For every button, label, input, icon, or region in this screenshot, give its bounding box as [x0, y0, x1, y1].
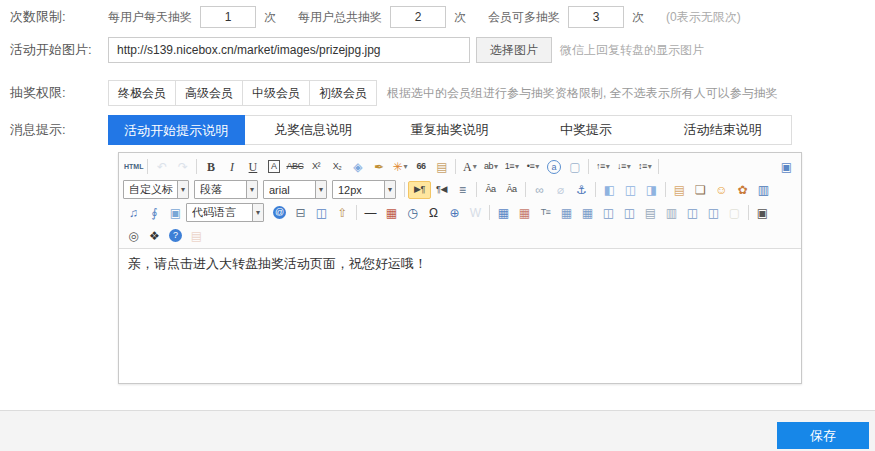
chevron-down-icon: ▾ — [177, 181, 188, 198]
media-icon[interactable]: ▥ — [753, 181, 774, 198]
print-icon[interactable]: ▣ — [752, 204, 773, 221]
italic-icon[interactable]: I — [221, 158, 242, 175]
underline-icon[interactable]: U — [242, 158, 263, 175]
insert-row-above-icon[interactable]: ▦ — [556, 204, 577, 221]
paragraph-select[interactable]: 段落▾ — [194, 180, 258, 199]
paste-word-icon[interactable]: ▤ — [431, 158, 452, 175]
choose-image-button[interactable]: 选择图片 — [476, 37, 552, 63]
superscript-icon[interactable]: X² — [305, 158, 326, 175]
draw-limits-row: 次数限制: 每用户每天抽奖次每用户总共抽奖次会员可多抽奖次 (0表示无限次) — [0, 4, 741, 30]
paragraph-icon[interactable]: ≡ — [452, 181, 473, 198]
map-icon[interactable]: ⊕ — [444, 204, 465, 221]
line-height-icon[interactable]: ↓≡▾ — [613, 158, 634, 175]
eraser-icon[interactable]: ◈ — [347, 158, 368, 175]
page-break-icon[interactable]: ⊟ — [290, 204, 311, 221]
subscript-icon[interactable]: X₂ — [326, 158, 347, 175]
emoticon-icon[interactable]: ☺ — [711, 181, 732, 198]
message-tab-3[interactable]: 重复抽奖说明 — [381, 116, 518, 144]
message-tab-1[interactable]: 活动开始提示说明 — [108, 115, 245, 145]
message-tips-row: 消息提示: 活动开始提示说明兑奖信息说明重复抽奖说明中奖提示活动结束说明 — [0, 115, 792, 145]
music-icon[interactable]: ♫ — [123, 204, 144, 221]
member-extra-draws-input[interactable] — [568, 6, 624, 28]
message-tab-4[interactable]: 中奖提示 — [518, 116, 655, 144]
fullscreen-icon[interactable]: ▣ — [776, 158, 797, 175]
message-tab-2[interactable]: 兑奖信息说明 — [245, 116, 382, 144]
font-enlarge-icon[interactable]: Âa — [480, 181, 501, 198]
undo-icon: ↶ — [151, 158, 172, 175]
save-button[interactable]: 保存 — [777, 422, 869, 449]
clock-icon[interactable]: ◷ — [402, 204, 423, 221]
insert-col-left-icon[interactable]: ◫ — [598, 204, 619, 221]
html-source-icon[interactable]: HTML — [123, 158, 144, 175]
per-day-draws-input[interactable] — [200, 6, 256, 28]
member-level-3-button[interactable]: 中级会员 — [242, 80, 310, 106]
paragraph-spacing-icon[interactable]: ↕≡▾ — [634, 158, 655, 175]
bold-icon[interactable]: B — [200, 158, 221, 175]
anchor-icon[interactable]: ⚓ — [571, 181, 592, 198]
unlink-icon[interactable]: ⌀ — [550, 181, 571, 198]
preview-icon[interactable]: ◎ — [123, 227, 144, 244]
member-level-4-button[interactable]: 初级会员 — [309, 80, 377, 106]
insert-col-right-icon[interactable]: ◫ — [619, 204, 640, 221]
chevron-down-icon: ▾ — [246, 181, 257, 198]
img-align-center-icon[interactable]: ◫ — [620, 181, 641, 198]
font-family-select[interactable]: arial▾ — [263, 180, 327, 199]
find-icon[interactable]: ❖ — [144, 227, 165, 244]
split-cells-icon[interactable]: ◫ — [703, 204, 724, 221]
hr-icon[interactable]: — — [360, 204, 381, 221]
link-icon[interactable]: ∞ — [529, 181, 550, 198]
attachment-icon[interactable]: ∮ — [144, 204, 165, 221]
upload-icon[interactable]: ⇧ — [332, 204, 353, 221]
editor-toolbar: HTML↶↷BIUAABCX²X₂◈✒✳▾66▤A▾ab▾1≡▾•≡▾a▢↑≡▾… — [119, 153, 801, 249]
font-shrink-icon[interactable]: Ǎa — [501, 181, 522, 198]
ordered-list-icon[interactable]: 1≡▾ — [501, 158, 522, 175]
merge-cells-icon[interactable]: ◫ — [682, 204, 703, 221]
message-tab-5[interactable]: 活动结束说明 — [654, 116, 791, 144]
total-draws-input[interactable] — [390, 6, 446, 28]
palette-icon[interactable]: ✿ — [732, 181, 753, 198]
image-url-input[interactable] — [108, 37, 470, 63]
outdent-icon[interactable]: ¶◀ — [431, 181, 452, 198]
message-tab-bar: 活动开始提示说明兑奖信息说明重复抽奖说明中奖提示活动结束说明 — [108, 115, 792, 145]
delete-row-icon[interactable]: ▤ — [640, 204, 661, 221]
img-align-left-icon[interactable]: ◧ — [599, 181, 620, 198]
member-level-group: 终极会员高级会员中级会员初级会员 — [108, 80, 377, 106]
font-size-select[interactable]: 12px▾ — [332, 180, 396, 199]
font-style-icon[interactable]: A — [263, 158, 284, 175]
insert-table-icon[interactable]: ▦ — [493, 204, 514, 221]
delete-col-icon[interactable]: ▥ — [661, 204, 682, 221]
multi-image-icon[interactable]: ❏ — [690, 181, 711, 198]
blockquote-icon[interactable]: 66 — [410, 158, 431, 175]
align-icon[interactable]: ↑≡▾ — [592, 158, 613, 175]
chevron-down-icon: ▾ — [515, 162, 519, 171]
toolbar-separator — [489, 205, 490, 220]
code-language-select[interactable]: 代码语言▾ — [186, 203, 264, 222]
help-icon[interactable]: ? — [165, 227, 186, 244]
image-icon[interactable]: ▤ — [669, 181, 690, 198]
inline-code-icon[interactable]: a — [543, 158, 564, 175]
indent-icon[interactable]: ▶¶ — [408, 181, 431, 199]
strikethrough-icon[interactable]: ABC — [284, 158, 305, 175]
member-level-2-button[interactable]: 高级会员 — [175, 80, 243, 106]
highlight-color-icon[interactable]: ab▾ — [480, 158, 501, 175]
calendar-icon[interactable]: ▦ — [381, 204, 402, 221]
unordered-list-icon[interactable]: •≡▾ — [522, 158, 543, 175]
note-icon[interactable]: ▣ — [165, 204, 186, 221]
toolbar-separator — [404, 182, 405, 197]
chevron-down-icon: ▾ — [494, 162, 498, 171]
toolbar-separator — [476, 182, 477, 197]
omega-icon[interactable]: Ω — [423, 204, 444, 221]
cell-props-icon[interactable]: T≡ — [535, 204, 556, 221]
editor-body[interactable]: 亲，请点击进入大转盘抽奖活动页面，祝您好运哦！ — [119, 249, 801, 384]
insert-row-below-icon[interactable]: ▦ — [577, 204, 598, 221]
new-page-icon[interactable]: ▢ — [564, 158, 585, 175]
member-level-1-button[interactable]: 终极会员 — [108, 80, 176, 106]
img-align-right-icon[interactable]: ◨ — [641, 181, 662, 198]
quick-format-icon[interactable]: ✳▾ — [389, 158, 410, 175]
font-color-icon[interactable]: A▾ — [459, 158, 480, 175]
delete-table-icon[interactable]: ▦ — [514, 204, 535, 221]
code-icon[interactable]: @ — [269, 204, 290, 221]
format-brush-icon[interactable]: ✒ — [368, 158, 389, 175]
heading-select[interactable]: 自定义标题▾ — [123, 180, 189, 199]
columns-icon[interactable]: ◫ — [311, 204, 332, 221]
